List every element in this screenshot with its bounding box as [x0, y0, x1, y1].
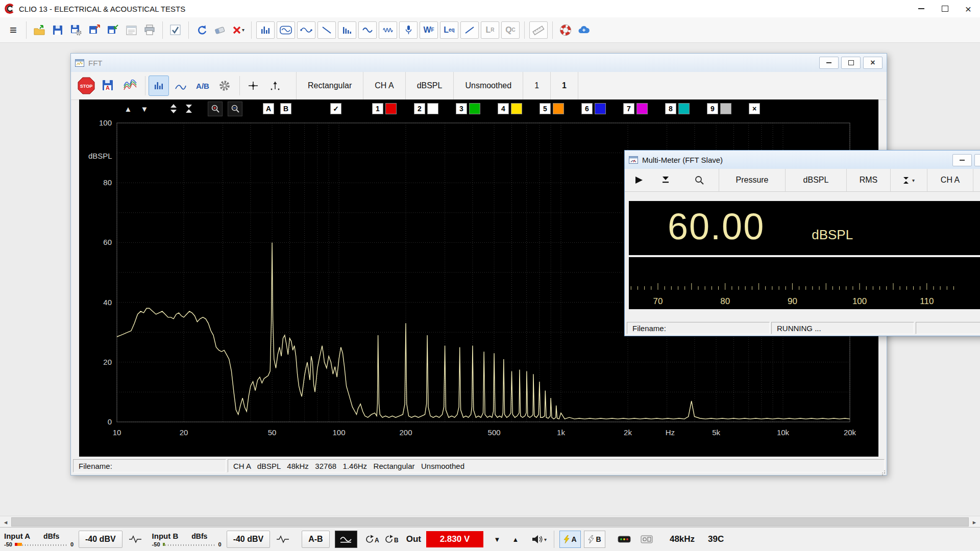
range-button[interactable]: ▾: [890, 169, 927, 191]
peak-track-button[interactable]: [265, 76, 285, 96]
input-a-monitor-button[interactable]: [126, 531, 145, 547]
marker-6-color-swatch[interactable]: [595, 103, 606, 114]
fft-settings-button[interactable]: [214, 76, 235, 96]
marker-enable-checkbox[interactable]: ✓: [330, 103, 341, 114]
marker-8-color-swatch[interactable]: [678, 103, 690, 114]
oscilloscope-button[interactable]: [277, 21, 295, 39]
import-button[interactable]: [104, 21, 122, 39]
quantity-dropdown[interactable]: Pressure: [719, 169, 785, 191]
marker-4-button[interactable]: 4: [498, 103, 509, 114]
curve-b-button[interactable]: B: [280, 103, 291, 114]
marker-3-color-swatch[interactable]: [469, 103, 480, 114]
curve-a-button[interactable]: A: [263, 103, 274, 114]
mls-button[interactable]: [338, 21, 356, 39]
close-button[interactable]: ×: [957, 0, 980, 17]
load-button[interactable]: [30, 21, 48, 39]
octave-bands-button[interactable]: [170, 76, 191, 96]
monitor-speaker-button[interactable]: ▾: [529, 531, 549, 547]
zoom-in-button[interactable]: [208, 102, 223, 116]
marker-8-button[interactable]: 8: [665, 103, 676, 114]
wow-flutter-button[interactable]: WF: [420, 21, 438, 39]
generator-button[interactable]: [335, 531, 357, 548]
temperature-label[interactable]: 39C: [708, 534, 724, 544]
cloud-sync-button[interactable]: [575, 21, 593, 39]
peak-reset-button[interactable]: [654, 170, 677, 190]
linearity-button[interactable]: [460, 21, 479, 39]
phantom-a-button[interactable]: A: [559, 531, 581, 548]
marker-1-color-swatch[interactable]: [385, 103, 397, 114]
expand-scale-button[interactable]: [170, 104, 177, 113]
speaker-dropdown-caret[interactable]: ▾: [544, 537, 547, 542]
input-b-gain-button[interactable]: -40 dBV: [227, 531, 271, 548]
shift-curve-up-button[interactable]: ▲: [123, 105, 133, 113]
sinusoidal-button[interactable]: [358, 21, 377, 39]
decay-button[interactable]: [317, 21, 336, 39]
save-button[interactable]: [48, 21, 67, 39]
hide-markers-button[interactable]: ×: [749, 103, 760, 114]
shift-curve-down-button[interactable]: ▼: [139, 105, 150, 113]
signal-analysis-button[interactable]: [297, 21, 315, 39]
marker-6-button[interactable]: 6: [581, 103, 593, 114]
fft-titlebar[interactable]: FFT ×: [71, 54, 887, 72]
fft-close-button[interactable]: ×: [863, 57, 883, 69]
output-up-button[interactable]: ▲: [509, 536, 522, 543]
marker-9-button[interactable]: 9: [707, 103, 718, 114]
chirp-button[interactable]: [379, 21, 397, 39]
cursor-button[interactable]: [243, 76, 263, 96]
marker-5-color-swatch[interactable]: [553, 103, 564, 114]
mode-dropdown[interactable]: SI: [973, 169, 980, 191]
fft-minimize-button[interactable]: [819, 57, 839, 69]
compress-scale-button[interactable]: [185, 104, 192, 113]
magnify-button[interactable]: [688, 170, 710, 190]
multimeter-titlebar[interactable]: Multi-Meter (FFT Slave) ×: [625, 151, 980, 169]
fft-maximize-button[interactable]: [841, 57, 861, 69]
level-meter-button[interactable]: [615, 531, 634, 547]
audio-device-button[interactable]: [637, 531, 656, 547]
horizontal-scrollbar[interactable]: ◂ ▸: [0, 516, 980, 527]
marker-5-button[interactable]: 5: [540, 103, 551, 114]
save-setup-button[interactable]: [67, 21, 85, 39]
narrowband-button[interactable]: [149, 76, 169, 96]
zoom-out-button[interactable]: [228, 102, 242, 116]
stop-button[interactable]: STOP: [76, 76, 96, 96]
multimeter-maximize-button[interactable]: [974, 154, 980, 166]
marker-7-button[interactable]: 7: [623, 103, 634, 114]
averages-dropdown[interactable]: 1: [550, 72, 578, 99]
minimize-button[interactable]: [910, 0, 933, 17]
export-button[interactable]: [85, 21, 104, 39]
loopback-a-button[interactable]: A: [362, 531, 382, 547]
waterfall-button[interactable]: [120, 76, 140, 96]
input-a-gain-button[interactable]: -40 dBV: [79, 531, 122, 548]
start-button[interactable]: [628, 170, 650, 190]
mic-sensitivity-button[interactable]: [399, 21, 418, 39]
fft-analyzer-button[interactable]: [256, 21, 275, 39]
scrollbar-thumb[interactable]: [11, 517, 969, 527]
detector-dropdown[interactable]: RMS: [846, 169, 890, 191]
input-b-monitor-button[interactable]: [273, 531, 292, 547]
delete-dropdown-caret[interactable]: ▾: [242, 27, 244, 33]
output-down-button[interactable]: ▼: [491, 536, 504, 543]
print-button[interactable]: [140, 21, 159, 39]
loopback-b-button[interactable]: B: [382, 531, 401, 547]
delete-all-button[interactable]: ▾: [229, 21, 248, 39]
marker-3-button[interactable]: 3: [456, 103, 467, 114]
menu-button[interactable]: ≡: [4, 21, 22, 39]
marker-2-color-swatch[interactable]: [427, 103, 438, 114]
leq-button[interactable]: Leq: [440, 21, 458, 39]
verify-button[interactable]: [166, 21, 185, 39]
save-curve-button[interactable]: A: [98, 76, 118, 96]
marker-9-color-swatch[interactable]: [720, 103, 731, 114]
unit-dropdown[interactable]: dBSPL: [405, 72, 454, 99]
erase-button[interactable]: [211, 21, 229, 39]
multimeter-minimize-button[interactable]: [952, 154, 972, 166]
channel-dropdown[interactable]: CH A: [363, 72, 405, 99]
window-type-dropdown[interactable]: Rectangular: [296, 72, 363, 99]
notes-button[interactable]: [122, 21, 140, 39]
marker-1-button[interactable]: 1: [372, 103, 383, 114]
ruler-button[interactable]: [529, 21, 548, 39]
marker-2-button[interactable]: 2: [414, 103, 425, 114]
marker-7-color-swatch[interactable]: [636, 103, 648, 114]
maximize-button[interactable]: [933, 0, 957, 17]
ab-compare-button[interactable]: A/B: [192, 76, 213, 96]
scroll-left-button[interactable]: ◂: [0, 516, 11, 528]
